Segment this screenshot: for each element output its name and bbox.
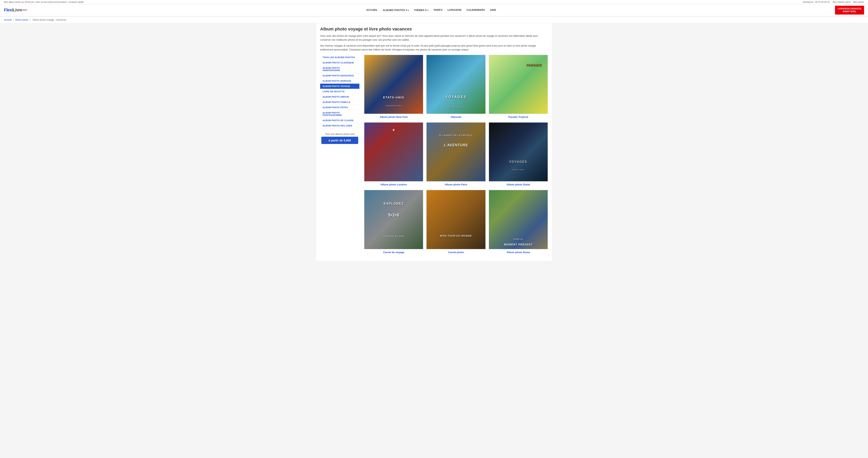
top-bar-right: Assistance : 09 70 44 44 31 Mon espace c… bbox=[803, 1, 864, 3]
product-rome: VIVRE LE moment PRÉSENT Album photo Rome bbox=[489, 190, 548, 254]
product-img-paris: À L'ASSAUT DE LA CAPITALE L'aventure bbox=[426, 122, 486, 181]
overlay-odyssee: VOYAGES bbox=[427, 95, 485, 99]
overlay-cv-3: AFRIQUE DU SUD bbox=[364, 235, 423, 237]
tab-title: Mon album photo sur FlexiLivre, créer un… bbox=[4, 1, 84, 3]
product-img-londres: ♛ bbox=[364, 122, 423, 181]
cta-livraison-button[interactable]: LIVRAISON GARANTIE AVANT NOËL bbox=[835, 6, 864, 15]
sidebar-promo-text: Tous nos albums photo sont bbox=[325, 133, 354, 136]
header: Flexi Livre ACCUEIL ALBUMS PHOTOS ▾ THÈM… bbox=[0, 4, 868, 17]
overlay-rome-1: VIVRE LE bbox=[489, 238, 548, 240]
nav-accueil[interactable]: ACCUEIL bbox=[364, 7, 380, 12]
product-link-carnet-voyage[interactable]: Carnet de voyage bbox=[383, 251, 404, 254]
product-img-carnet-voyage: EXPLOREZ 5•2•0 AFRIQUE DU SUD bbox=[364, 190, 423, 249]
product-odyssee: VOYAGES L'EXTRAORDINAIRE Odyssée bbox=[426, 55, 486, 118]
product-paradis: Paradis Paradis Tropical bbox=[489, 55, 548, 118]
overlay-paradis: Paradis bbox=[526, 64, 542, 67]
nav-calendriers[interactable]: CALENDRIERS bbox=[465, 7, 487, 12]
page-title: Album photo voyage et livre photo vacanc… bbox=[320, 27, 548, 32]
cta-line2: AVANT NOËL bbox=[843, 10, 857, 12]
nav-aide[interactable]: AIDE bbox=[488, 7, 498, 12]
product-img-rome: VIVRE LE moment PRÉSENT bbox=[489, 190, 548, 249]
overlay-cv-2: 5•2•0 bbox=[364, 212, 423, 218]
cta-line1: LIVRAISON GARANTIE bbox=[838, 7, 861, 10]
breadcrumb: Accueil / Album photo / Album photo voya… bbox=[0, 17, 868, 23]
product-link-paris[interactable]: Album photo Paris bbox=[444, 183, 467, 186]
product-img-dubai: VOYAGES DUBAÏ 2015 bbox=[489, 122, 548, 181]
sidebar-item-classe[interactable]: ALBUM PHOTO DE CLASSE bbox=[320, 118, 360, 123]
sidebar: TOUS LES ALBUMS PHOTOS ALBUM PHOTO CLASS… bbox=[320, 55, 360, 258]
product-link-odyssee[interactable]: Odyssée bbox=[451, 115, 461, 118]
nav-tarifs[interactable]: TARIFS bbox=[431, 7, 444, 12]
page-desc-1: Vous avez des photos de voyage plein vot… bbox=[320, 34, 548, 42]
product-img-paradis: Paradis bbox=[489, 55, 548, 114]
product-link-dubai[interactable]: Album photo Dubaï bbox=[506, 183, 530, 186]
sidebar-item-classique[interactable]: ALBUM PHOTO CLASSIQUE bbox=[320, 60, 360, 65]
overlay-newyork-sub: PRINTEMPS 2014 bbox=[364, 105, 423, 107]
sidebar-item-pas-cher[interactable]: ALBUM PHOTO PAS CHER bbox=[320, 123, 360, 128]
logo-dot-orange bbox=[26, 9, 28, 10]
products-row-2: ♛ Album photo Londres À L'ASSAUT DE LA C… bbox=[364, 122, 548, 186]
product-img-carnet-photo: Mon tour du monde bbox=[426, 190, 486, 249]
sidebar-item-amour[interactable]: ALBUM PHOTO AMOUR bbox=[320, 94, 360, 99]
overlay-dubai-1: VOYAGES bbox=[489, 160, 548, 164]
sidebar-promo: Tous nos albums photo sont à partir de 5… bbox=[320, 132, 360, 145]
breadcrumb-current: Album photo voyage - vacances bbox=[33, 19, 66, 21]
account-link[interactable]: Mon espace client bbox=[833, 1, 850, 3]
nav-albums[interactable]: ALBUMS PHOTOS ▾ bbox=[381, 8, 411, 13]
breadcrumb-album-photo[interactable]: Album photo bbox=[15, 19, 28, 21]
nav-albums-dropdown: ALBUMS PHOTOS ▾ bbox=[381, 9, 411, 11]
products-row-1: ETATS-UNIS PRINTEMPS 2014 Album photo Ne… bbox=[364, 55, 548, 118]
logo-livre: Livre bbox=[13, 7, 22, 12]
sidebar-item-naissance[interactable]: ALBUM PHOTO NAISSANCE bbox=[320, 73, 360, 78]
overlay-odyssee-sub: L'EXTRAORDINAIRE bbox=[427, 107, 485, 108]
product-link-londres[interactable]: Album photo Londres bbox=[380, 183, 407, 186]
product-carnet-voyage: EXPLOREZ 5•2•0 AFRIQUE DU SUD Carnet de … bbox=[364, 190, 423, 254]
overlay-cv-1: EXPLOREZ bbox=[364, 202, 423, 205]
nav-themes[interactable]: THÈMES ▾ bbox=[412, 8, 430, 13]
nav-themes-dropdown: THÈMES ▾ bbox=[412, 9, 430, 11]
product-dubai: VOYAGES DUBAÏ 2015 Album photo Dubaï bbox=[489, 122, 548, 186]
sidebar-price-button[interactable]: à partir de 5,95€ bbox=[321, 137, 358, 144]
overlay-paris-2: L'aventure bbox=[427, 143, 485, 147]
product-paris: À L'ASSAUT DE LA CAPITALE L'aventure Alb… bbox=[426, 122, 486, 186]
logo-dot-blue bbox=[25, 9, 26, 10]
logo-dot-red bbox=[23, 9, 24, 10]
products-grid: ETATS-UNIS PRINTEMPS 2014 Album photo Ne… bbox=[364, 55, 548, 258]
product-londres: ♛ Album photo Londres bbox=[364, 122, 423, 186]
product-img-odyssee: VOYAGES L'EXTRAORDINAIRE bbox=[426, 55, 486, 114]
sidebar-item-tous[interactable]: TOUS LES ALBUMS PHOTOS bbox=[320, 55, 360, 60]
product-img-newyork: ETATS-UNIS PRINTEMPS 2014 bbox=[364, 55, 423, 114]
nav-livraison[interactable]: LIVRAISON bbox=[445, 7, 463, 12]
top-bar: Mon album photo sur FlexiLivre, créer un… bbox=[0, 0, 868, 4]
logo-flexi: Flexi bbox=[4, 7, 13, 12]
product-link-paradis[interactable]: Paradis Tropical bbox=[508, 115, 528, 118]
logo-dots bbox=[23, 9, 28, 10]
sidebar-item-mariage[interactable]: ALBUM PHOTO MARIAGE bbox=[320, 78, 360, 84]
cart-link[interactable]: Mon panier bbox=[853, 1, 864, 3]
main-nav: ACCUEIL ALBUMS PHOTOS ▾ THÈMES ▾ TARIFS … bbox=[364, 7, 498, 12]
product-link-carnet-photo[interactable]: Carnet photo bbox=[448, 251, 464, 254]
sidebar-item-fetes[interactable]: ALBUM PHOTO FÊTES bbox=[320, 105, 360, 110]
overlay-londres: ♛ bbox=[364, 128, 423, 132]
overlay-paris-1: À L'ASSAUT DE LA CAPITALE bbox=[427, 134, 485, 137]
sidebar-item-anniversaire[interactable]: ALBUM PHOTO ANNIVERSAIRE bbox=[320, 65, 360, 73]
main-wrapper: Album photo voyage et livre photo vacanc… bbox=[316, 23, 552, 261]
phone-link[interactable]: Assistance : 09 70 44 44 31 bbox=[803, 1, 830, 3]
page-desc-2: Nos thèmes voyages & vacances sont dispo… bbox=[320, 44, 548, 52]
overlay-rome-2: moment PRÉSENT bbox=[489, 243, 548, 246]
product-link-newyork[interactable]: Album photo New-York bbox=[380, 115, 408, 118]
sidebar-item-famille[interactable]: ALBUM PHOTO FAMILLE bbox=[320, 99, 360, 105]
product-newyork: ETATS-UNIS PRINTEMPS 2014 Album photo Ne… bbox=[364, 55, 423, 118]
sidebar-item-recette[interactable]: LIVRE DE RECETTE bbox=[320, 89, 360, 94]
sidebar-item-professionnel[interactable]: ALBUM PHOTO PROFESSIONNEL bbox=[320, 110, 360, 118]
overlay-dubai-2: DUBAÏ 2015 bbox=[489, 169, 548, 171]
product-link-rome[interactable]: Album photo Rome bbox=[506, 251, 530, 254]
overlay-cp: Mon tour du monde bbox=[427, 234, 485, 237]
content-area: TOUS LES ALBUMS PHOTOS ALBUM PHOTO CLASS… bbox=[320, 55, 548, 258]
product-carnet-photo: Mon tour du monde Carnet photo bbox=[426, 190, 486, 254]
sidebar-item-voyage[interactable]: ALBUM PHOTO VOYAGE bbox=[320, 84, 360, 89]
overlay-newyork: ETATS-UNIS bbox=[364, 96, 423, 99]
logo[interactable]: Flexi Livre bbox=[4, 7, 28, 12]
breadcrumb-accueil[interactable]: Accueil bbox=[4, 19, 11, 21]
products-row-3: EXPLOREZ 5•2•0 AFRIQUE DU SUD Carnet de … bbox=[364, 190, 548, 254]
